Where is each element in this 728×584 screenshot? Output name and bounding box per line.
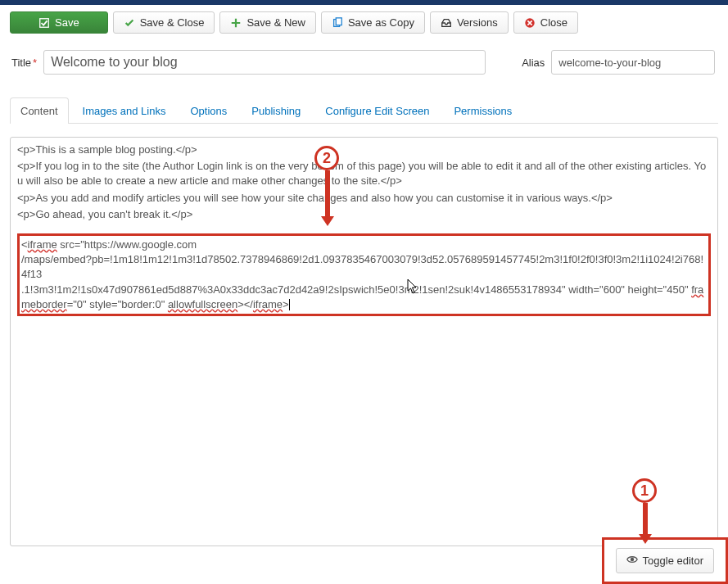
tab-content[interactable]: Content: [10, 97, 69, 124]
title-label: Title*: [11, 57, 37, 69]
save-new-label: Save & New: [246, 16, 305, 29]
copy-icon: [332, 17, 343, 29]
versions-label: Versions: [457, 16, 498, 29]
save-button[interactable]: Save: [10, 11, 108, 34]
eye-icon: [626, 554, 638, 568]
svg-rect-2: [336, 17, 341, 25]
close-label: Close: [540, 16, 567, 29]
versions-button[interactable]: Versions: [430, 11, 509, 34]
action-toolbar: Save Save & Close Save & New Save as Cop…: [0, 5, 728, 38]
iframe-highlight-box: <iframe src="https://www.google.com /map…: [17, 233, 711, 316]
callout-one-arrow: [643, 503, 648, 536]
callout-one: 1: [632, 478, 657, 503]
editor-textarea[interactable]: <p>This is a sample blog posting.</p> <p…: [10, 137, 718, 546]
editor-line: <p>This is a sample blog posting.</p>: [17, 143, 711, 157]
toggle-editor-label: Toggle editor: [643, 555, 703, 567]
tab-publishing[interactable]: Publishing: [241, 97, 311, 124]
tabs-nav: Content Images and Links Options Publish…: [10, 97, 718, 124]
callout-two: 2: [314, 146, 339, 170]
close-icon: [524, 17, 536, 29]
toggle-editor-button[interactable]: Toggle editor: [616, 548, 714, 573]
tab-options[interactable]: Options: [179, 97, 237, 124]
plus-icon: [230, 17, 242, 29]
save-new-button[interactable]: Save & New: [219, 11, 316, 34]
tab-configure-edit-screen[interactable]: Configure Edit Screen: [314, 97, 440, 124]
mouse-cursor-icon: [407, 278, 418, 295]
save-label: Save: [55, 16, 79, 29]
alias-label: Alias: [522, 57, 545, 69]
save-copy-label: Save as Copy: [348, 16, 414, 29]
tab-permissions[interactable]: Permissions: [443, 97, 522, 124]
text-caret: [289, 299, 290, 310]
drawer-icon: [441, 17, 452, 29]
save-close-label: Save & Close: [140, 16, 205, 29]
editor-line: <p>If you log in to the site (the Author…: [17, 159, 711, 188]
title-input[interactable]: [43, 50, 486, 75]
save-close-button[interactable]: Save & Close: [113, 11, 215, 34]
svg-rect-0: [40, 18, 49, 27]
title-row: Title* Alias: [0, 38, 728, 79]
editor-line: <p>As you add and modify articles you wi…: [17, 191, 711, 206]
save-copy-button[interactable]: Save as Copy: [321, 11, 425, 34]
editor-line: <p>Go ahead, you can't break it.</p>: [17, 207, 711, 222]
check-icon: [38, 17, 50, 29]
svg-point-4: [630, 558, 633, 561]
toggle-editor-highlight-box: Toggle editor: [602, 537, 728, 584]
alias-input[interactable]: [551, 50, 715, 75]
required-asterisk: *: [33, 57, 37, 69]
close-button[interactable]: Close: [513, 11, 578, 34]
tab-images-links[interactable]: Images and Links: [72, 97, 177, 124]
callout-two-arrow: [325, 170, 330, 218]
check-icon: [124, 17, 135, 29]
